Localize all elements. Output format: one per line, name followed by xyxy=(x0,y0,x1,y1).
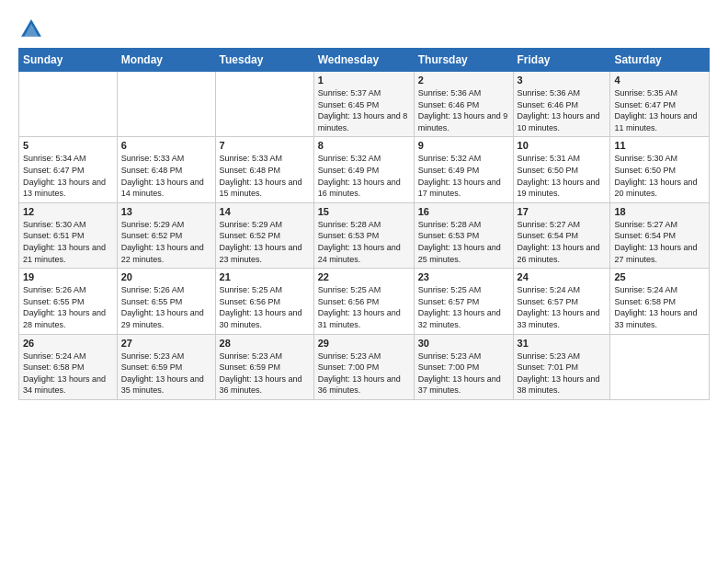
day-cell: 8Sunrise: 5:32 AM Sunset: 6:49 PM Daylig… xyxy=(313,137,414,202)
day-number: 27 xyxy=(121,338,211,349)
day-cell: 16Sunrise: 5:28 AM Sunset: 6:53 PM Dayli… xyxy=(414,202,513,268)
day-cell: 31Sunrise: 5:23 AM Sunset: 7:01 PM Dayli… xyxy=(513,334,610,399)
day-info: Sunrise: 5:31 AM Sunset: 6:50 PM Dayligh… xyxy=(518,153,607,199)
day-cell: 5Sunrise: 5:34 AM Sunset: 6:47 PM Daylig… xyxy=(19,137,118,202)
day-cell: 10Sunrise: 5:31 AM Sunset: 6:50 PM Dayli… xyxy=(513,137,610,202)
week-row-3: 12Sunrise: 5:30 AM Sunset: 6:51 PM Dayli… xyxy=(19,202,710,268)
day-number: 5 xyxy=(23,140,113,151)
day-number: 4 xyxy=(614,75,705,86)
day-info: Sunrise: 5:27 AM Sunset: 6:54 PM Dayligh… xyxy=(518,219,607,265)
day-cell: 9Sunrise: 5:32 AM Sunset: 6:49 PM Daylig… xyxy=(414,137,513,202)
day-info: Sunrise: 5:28 AM Sunset: 6:53 PM Dayligh… xyxy=(418,219,509,265)
day-info: Sunrise: 5:35 AM Sunset: 6:47 PM Dayligh… xyxy=(614,87,705,133)
day-info: Sunrise: 5:34 AM Sunset: 6:47 PM Dayligh… xyxy=(23,153,113,199)
day-info: Sunrise: 5:23 AM Sunset: 6:59 PM Dayligh… xyxy=(121,350,211,396)
day-cell: 19Sunrise: 5:26 AM Sunset: 6:55 PM Dayli… xyxy=(19,269,118,334)
day-cell: 12Sunrise: 5:30 AM Sunset: 6:51 PM Dayli… xyxy=(19,202,118,268)
day-cell: 27Sunrise: 5:23 AM Sunset: 6:59 PM Dayli… xyxy=(117,334,215,399)
weekday-header-tuesday: Tuesday xyxy=(215,49,313,72)
week-row-4: 19Sunrise: 5:26 AM Sunset: 6:55 PM Dayli… xyxy=(19,269,710,334)
day-cell: 23Sunrise: 5:25 AM Sunset: 6:57 PM Dayli… xyxy=(414,269,513,334)
day-info: Sunrise: 5:36 AM Sunset: 6:46 PM Dayligh… xyxy=(418,87,509,133)
calendar: SundayMondayTuesdayWednesdayThursdayFrid… xyxy=(18,48,710,400)
day-cell: 18Sunrise: 5:27 AM Sunset: 6:54 PM Dayli… xyxy=(610,202,710,268)
day-info: Sunrise: 5:23 AM Sunset: 7:00 PM Dayligh… xyxy=(318,350,410,396)
day-number: 31 xyxy=(518,338,607,349)
day-info: Sunrise: 5:25 AM Sunset: 6:56 PM Dayligh… xyxy=(318,284,410,330)
day-cell xyxy=(610,334,710,399)
day-number: 16 xyxy=(418,206,509,217)
day-info: Sunrise: 5:26 AM Sunset: 6:55 PM Dayligh… xyxy=(23,284,113,330)
day-number: 22 xyxy=(318,271,410,282)
day-cell: 14Sunrise: 5:29 AM Sunset: 6:52 PM Dayli… xyxy=(215,202,313,268)
day-info: Sunrise: 5:33 AM Sunset: 6:48 PM Dayligh… xyxy=(220,153,310,199)
day-info: Sunrise: 5:24 AM Sunset: 6:58 PM Dayligh… xyxy=(614,284,705,330)
day-number: 2 xyxy=(418,75,509,86)
day-cell xyxy=(19,72,118,137)
day-cell: 25Sunrise: 5:24 AM Sunset: 6:58 PM Dayli… xyxy=(610,269,710,334)
day-number: 26 xyxy=(23,338,113,349)
day-cell: 6Sunrise: 5:33 AM Sunset: 6:48 PM Daylig… xyxy=(117,137,215,202)
day-info: Sunrise: 5:30 AM Sunset: 6:51 PM Dayligh… xyxy=(23,219,113,265)
day-number: 8 xyxy=(318,140,410,151)
day-cell: 22Sunrise: 5:25 AM Sunset: 6:56 PM Dayli… xyxy=(313,269,414,334)
day-cell: 2Sunrise: 5:36 AM Sunset: 6:46 PM Daylig… xyxy=(414,72,513,137)
day-number: 19 xyxy=(23,271,113,282)
day-info: Sunrise: 5:23 AM Sunset: 7:00 PM Dayligh… xyxy=(418,350,509,396)
logo-icon xyxy=(18,17,44,42)
day-number: 10 xyxy=(518,140,607,151)
day-number: 1 xyxy=(318,75,410,86)
day-cell: 29Sunrise: 5:23 AM Sunset: 7:00 PM Dayli… xyxy=(313,334,414,399)
day-number: 9 xyxy=(418,140,509,151)
day-number: 17 xyxy=(518,206,607,217)
day-number: 21 xyxy=(220,271,310,282)
day-number: 25 xyxy=(614,271,705,282)
weekday-header-friday: Friday xyxy=(513,49,610,72)
day-cell: 24Sunrise: 5:24 AM Sunset: 6:57 PM Dayli… xyxy=(513,269,610,334)
day-number: 7 xyxy=(220,140,310,151)
week-row-2: 5Sunrise: 5:34 AM Sunset: 6:47 PM Daylig… xyxy=(19,137,710,202)
day-cell: 15Sunrise: 5:28 AM Sunset: 6:53 PM Dayli… xyxy=(313,202,414,268)
weekday-header-thursday: Thursday xyxy=(414,49,513,72)
day-info: Sunrise: 5:24 AM Sunset: 6:58 PM Dayligh… xyxy=(23,350,113,396)
day-info: Sunrise: 5:33 AM Sunset: 6:48 PM Dayligh… xyxy=(121,153,211,199)
day-info: Sunrise: 5:27 AM Sunset: 6:54 PM Dayligh… xyxy=(614,219,705,265)
day-cell: 4Sunrise: 5:35 AM Sunset: 6:47 PM Daylig… xyxy=(610,72,710,137)
week-row-5: 26Sunrise: 5:24 AM Sunset: 6:58 PM Dayli… xyxy=(19,334,710,399)
day-number: 14 xyxy=(220,206,310,217)
day-info: Sunrise: 5:32 AM Sunset: 6:49 PM Dayligh… xyxy=(318,153,410,199)
day-cell xyxy=(215,72,313,137)
weekday-header-row: SundayMondayTuesdayWednesdayThursdayFrid… xyxy=(19,49,710,72)
day-number: 12 xyxy=(23,206,113,217)
day-number: 6 xyxy=(121,140,211,151)
day-number: 3 xyxy=(518,75,607,86)
day-cell: 28Sunrise: 5:23 AM Sunset: 6:59 PM Dayli… xyxy=(215,334,313,399)
day-info: Sunrise: 5:36 AM Sunset: 6:46 PM Dayligh… xyxy=(518,87,607,133)
day-number: 18 xyxy=(614,206,705,217)
day-number: 15 xyxy=(318,206,410,217)
day-cell: 1Sunrise: 5:37 AM Sunset: 6:45 PM Daylig… xyxy=(313,72,414,137)
day-number: 30 xyxy=(418,338,509,349)
day-cell: 21Sunrise: 5:25 AM Sunset: 6:56 PM Dayli… xyxy=(215,269,313,334)
weekday-header-saturday: Saturday xyxy=(610,49,710,72)
day-info: Sunrise: 5:29 AM Sunset: 6:52 PM Dayligh… xyxy=(121,219,211,265)
day-number: 24 xyxy=(518,271,607,282)
header xyxy=(18,17,710,42)
day-number: 11 xyxy=(614,140,705,151)
day-info: Sunrise: 5:32 AM Sunset: 6:49 PM Dayligh… xyxy=(418,153,509,199)
weekday-header-monday: Monday xyxy=(117,49,215,72)
weekday-header-sunday: Sunday xyxy=(19,49,118,72)
day-cell: 20Sunrise: 5:26 AM Sunset: 6:55 PM Dayli… xyxy=(117,269,215,334)
day-info: Sunrise: 5:29 AM Sunset: 6:52 PM Dayligh… xyxy=(220,219,310,265)
day-info: Sunrise: 5:23 AM Sunset: 6:59 PM Dayligh… xyxy=(220,350,310,396)
day-number: 20 xyxy=(121,271,211,282)
day-info: Sunrise: 5:24 AM Sunset: 6:57 PM Dayligh… xyxy=(518,284,607,330)
weekday-header-wednesday: Wednesday xyxy=(313,49,414,72)
day-cell: 3Sunrise: 5:36 AM Sunset: 6:46 PM Daylig… xyxy=(513,72,610,137)
logo xyxy=(18,17,48,42)
day-cell: 7Sunrise: 5:33 AM Sunset: 6:48 PM Daylig… xyxy=(215,137,313,202)
day-number: 13 xyxy=(121,206,211,217)
day-number: 29 xyxy=(318,338,410,349)
day-cell xyxy=(117,72,215,137)
day-cell: 30Sunrise: 5:23 AM Sunset: 7:00 PM Dayli… xyxy=(414,334,513,399)
